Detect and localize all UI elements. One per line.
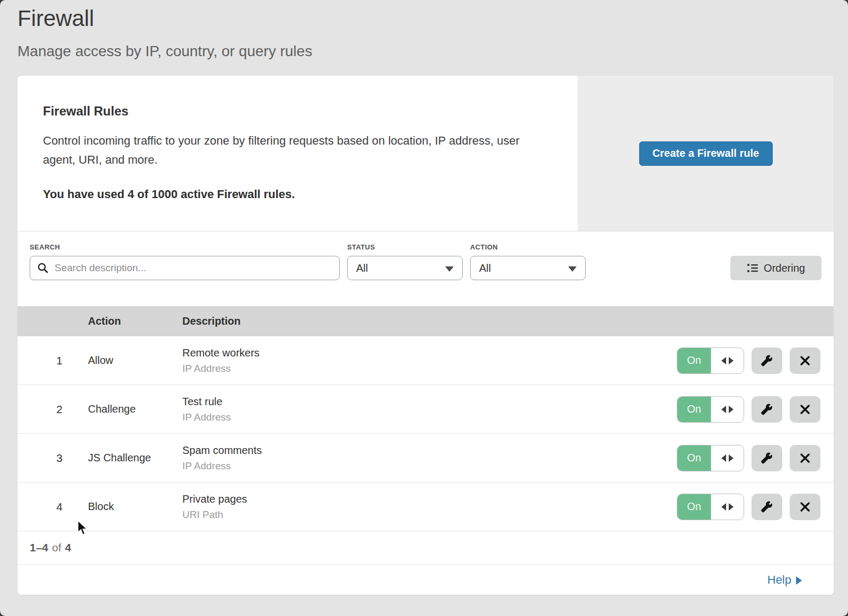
toggle-arrows-icon[interactable] — [711, 445, 744, 471]
rule-controls: On — [677, 396, 834, 423]
rule-controls: On — [677, 494, 834, 520]
create-firewall-rule-button[interactable]: Create a Firewall rule — [639, 141, 773, 166]
rule-description-cell: Spam comments IP Address — [182, 444, 677, 472]
delete-rule-button[interactable] — [790, 445, 820, 471]
pagination-range: 1–4 — [30, 541, 48, 554]
toggle-arrows-icon[interactable] — [711, 397, 744, 422]
search-filter-group: SEARCH — [30, 243, 340, 280]
rules-table-body: 1 Allow Remote workers IP Address On — [17, 336, 834, 531]
rule-enabled-toggle[interactable]: On — [677, 445, 744, 471]
description-column-header: Description — [182, 315, 834, 327]
firewall-rules-heading: Firewall Rules — [43, 103, 552, 119]
rule-enabled-toggle[interactable]: On — [677, 396, 744, 423]
toggle-arrows-icon[interactable] — [711, 348, 744, 373]
status-select[interactable]: All — [347, 256, 463, 280]
delete-rule-button[interactable] — [790, 347, 820, 374]
firewall-rules-description: Control incoming traffic to your zone by… — [43, 131, 544, 169]
toggle-on-label: On — [677, 445, 711, 471]
rule-description: Remote workers — [182, 347, 677, 359]
triangle-left-icon — [721, 454, 726, 462]
firewall-rules-intro-section: Firewall Rules Control incoming traffic … — [17, 76, 834, 231]
rule-enabled-toggle[interactable]: On — [677, 347, 744, 374]
toggle-on-label: On — [677, 397, 711, 422]
wrench-icon — [761, 501, 773, 513]
rule-description: Spam comments — [182, 444, 677, 457]
rule-priority: 2 — [17, 403, 88, 416]
table-row: 3 JS Challenge Spam comments IP Address … — [17, 434, 834, 483]
firewall-page: Firewall Manage access by IP, country, o… — [0, 0, 848, 616]
pagination-row: 1–4 of 4 — [17, 531, 834, 565]
rule-match-type: IP Address — [182, 412, 677, 423]
close-icon — [799, 404, 811, 415]
create-rule-panel: Create a Firewall rule — [578, 76, 834, 231]
firewall-rules-card: Firewall Rules Control incoming traffic … — [17, 76, 834, 595]
chevron-right-icon — [796, 576, 802, 585]
rule-match-type: URI Path — [182, 509, 677, 521]
help-link[interactable]: Help — [767, 573, 802, 587]
rule-controls: On — [677, 445, 834, 471]
close-icon — [799, 355, 811, 367]
rule-action: Block — [88, 501, 182, 513]
help-link-label: Help — [767, 573, 791, 587]
action-filter-group: ACTION All — [470, 243, 586, 280]
rule-description-cell: Test rule IP Address — [182, 396, 677, 423]
rule-enabled-toggle[interactable]: On — [677, 494, 744, 520]
rule-match-type: IP Address — [182, 460, 677, 472]
rule-priority: 4 — [17, 501, 88, 513]
rule-priority: 1 — [17, 354, 88, 367]
page-header: Firewall Manage access by IP, country, o… — [0, 0, 848, 60]
table-row: 2 Challenge Test rule IP Address On — [17, 385, 834, 434]
close-icon — [799, 501, 811, 513]
firewall-rules-info: Firewall Rules Control incoming traffic … — [17, 76, 578, 231]
action-select[interactable]: All — [470, 256, 586, 280]
rule-priority: 3 — [17, 452, 88, 465]
table-row: 1 Allow Remote workers IP Address On — [17, 336, 834, 385]
action-label: ACTION — [470, 243, 586, 251]
triangle-left-icon — [721, 357, 726, 364]
rule-match-type: IP Address — [182, 363, 677, 374]
rule-description-cell: Remote workers IP Address — [182, 347, 677, 374]
toggle-on-label: On — [677, 348, 711, 373]
edit-rule-button[interactable] — [752, 445, 782, 471]
table-header-row: Action Description — [17, 306, 834, 336]
wrench-icon — [761, 452, 773, 465]
search-label: SEARCH — [30, 243, 340, 251]
edit-rule-button[interactable] — [752, 347, 782, 374]
table-row: 4 Block Private pages URI Path On — [17, 483, 834, 531]
filter-bar: SEARCH STATUS All ACTION — [17, 231, 834, 306]
triangle-left-icon — [721, 406, 726, 413]
ordering-button[interactable]: Ordering — [730, 256, 822, 280]
wrench-icon — [761, 354, 773, 367]
rule-description: Test rule — [182, 396, 677, 408]
search-field-wrap — [30, 256, 340, 280]
page-title: Firewall — [17, 5, 831, 32]
edit-rule-button[interactable] — [752, 396, 782, 423]
toggle-arrows-icon[interactable] — [711, 494, 744, 520]
status-filter-group: STATUS All — [347, 243, 463, 280]
rule-action: Allow — [88, 354, 182, 367]
search-icon — [37, 262, 49, 274]
edit-rule-button[interactable] — [752, 494, 782, 520]
firewall-rules-usage-note: You have used 4 of 1000 active Firewall … — [43, 188, 552, 201]
ordering-button-label: Ordering — [764, 262, 805, 274]
rule-action: Challenge — [88, 403, 182, 415]
delete-rule-button[interactable] — [790, 396, 820, 423]
chevron-down-icon — [445, 266, 454, 272]
toggle-on-label: On — [677, 494, 711, 520]
triangle-right-icon — [729, 454, 734, 462]
triangle-right-icon — [729, 503, 734, 511]
rule-description: Private pages — [182, 493, 677, 505]
rule-description-cell: Private pages URI Path — [182, 493, 677, 521]
page-subtitle: Manage access by IP, country, or query r… — [17, 42, 831, 60]
action-column-header: Action — [88, 315, 182, 327]
ordered-list-icon — [747, 262, 758, 274]
pagination-total: 4 — [65, 541, 72, 554]
help-row: Help — [17, 565, 834, 595]
search-input[interactable] — [30, 256, 340, 280]
delete-rule-button[interactable] — [790, 494, 820, 520]
close-icon — [799, 452, 811, 464]
triangle-right-icon — [729, 357, 734, 364]
rule-action: JS Challenge — [88, 452, 182, 464]
chevron-down-icon — [568, 266, 577, 272]
wrench-icon — [761, 403, 773, 416]
